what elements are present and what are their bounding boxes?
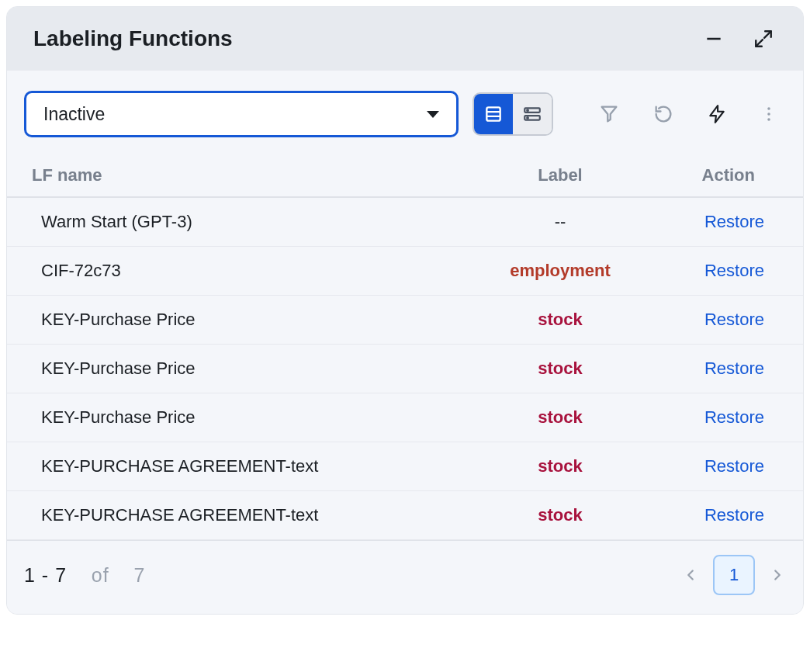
restore-link[interactable]: Restore <box>704 456 764 476</box>
restore-link[interactable]: Restore <box>704 359 764 378</box>
more-vertical-icon <box>760 105 778 123</box>
svg-line-2 <box>756 40 763 47</box>
expand-button[interactable] <box>750 26 777 52</box>
toolbar-icons <box>595 100 789 128</box>
panel-header-actions <box>701 26 777 52</box>
range-from: 1 <box>24 564 36 586</box>
col-action: Action <box>649 165 789 185</box>
table-body: Warm Start (GPT-3)--RestoreCIF-72c73empl… <box>7 198 803 540</box>
list-view-icon <box>483 104 504 124</box>
cell-action: Restore <box>649 212 789 232</box>
pager-page-current[interactable]: 1 <box>713 555 755 595</box>
pager-prev[interactable] <box>682 566 699 584</box>
view-toggle-list[interactable] <box>474 94 513 134</box>
view-toggle <box>472 92 553 136</box>
cell-label: stock <box>471 505 649 525</box>
cell-action: Restore <box>649 407 789 428</box>
cell-lf-name: KEY-Purchase Price <box>41 310 471 330</box>
svg-point-9 <box>527 117 528 119</box>
view-toggle-detail[interactable] <box>513 94 552 134</box>
range-total: 7 <box>134 564 146 586</box>
col-lf-name: LF name <box>32 165 471 185</box>
cell-action: Restore <box>649 310 789 330</box>
cell-label: -- <box>471 212 649 232</box>
col-label: Label <box>471 165 649 185</box>
lf-table: LF name Label Action Warm Start (GPT-3)-… <box>7 158 803 540</box>
table-row: CIF-72c73employmentRestore <box>7 247 803 296</box>
cell-lf-name: CIF-72c73 <box>41 261 471 281</box>
restore-link[interactable]: Restore <box>704 407 764 427</box>
table-footer: 1 - 7 of 7 1 <box>7 540 803 614</box>
range-of-word: of <box>92 564 109 586</box>
refresh-button[interactable] <box>649 100 677 128</box>
cell-label: stock <box>471 310 649 330</box>
chevron-right-icon <box>769 566 786 584</box>
status-dropdown-value: Inactive <box>43 104 105 125</box>
svg-point-13 <box>767 118 770 121</box>
cell-lf-name: KEY-PURCHASE AGREEMENT-text <box>41 505 471 525</box>
svg-point-12 <box>767 113 770 116</box>
cell-lf-name: KEY-Purchase Price <box>41 359 471 379</box>
cell-label: employment <box>471 261 649 281</box>
cell-action: Restore <box>649 261 789 281</box>
expand-icon <box>753 29 774 49</box>
cell-label: stock <box>471 407 649 428</box>
svg-line-1 <box>764 31 771 38</box>
restore-link[interactable]: Restore <box>704 261 764 280</box>
svg-rect-3 <box>486 107 500 120</box>
svg-marker-10 <box>710 106 723 123</box>
panel-title: Labeling Functions <box>33 26 233 51</box>
chevron-down-icon <box>427 111 439 118</box>
restore-link[interactable]: Restore <box>704 505 764 525</box>
toolbar: Inactive <box>7 71 803 158</box>
filter-icon <box>598 103 620 125</box>
chevron-left-icon <box>682 566 699 584</box>
restore-link[interactable]: Restore <box>704 212 764 231</box>
status-dropdown[interactable]: Inactive <box>24 91 459 137</box>
svg-point-8 <box>527 109 528 111</box>
panel-header: Labeling Functions <box>7 7 803 71</box>
table-row: KEY-PURCHASE AGREEMENT-textstockRestore <box>7 442 803 491</box>
cell-lf-name: Warm Start (GPT-3) <box>41 212 471 232</box>
minus-icon <box>704 29 724 49</box>
cell-label: stock <box>471 456 649 476</box>
lightning-icon <box>707 104 727 124</box>
refresh-icon <box>652 103 674 125</box>
pager: 1 <box>682 555 786 595</box>
minimize-button[interactable] <box>701 26 727 52</box>
pager-next[interactable] <box>769 566 786 584</box>
labeling-functions-panel: Labeling Functions Inactive <box>6 6 804 615</box>
cell-label: stock <box>471 359 649 379</box>
row-range: 1 - 7 of 7 <box>24 564 145 587</box>
more-button[interactable] <box>756 102 781 126</box>
range-to: 7 <box>55 564 67 586</box>
cell-action: Restore <box>649 505 789 525</box>
cell-lf-name: KEY-PURCHASE AGREEMENT-text <box>41 456 471 476</box>
lightning-button[interactable] <box>704 101 730 127</box>
table-row: KEY-Purchase PricestockRestore <box>7 393 803 442</box>
table-row: KEY-Purchase PricestockRestore <box>7 345 803 393</box>
table-header: LF name Label Action <box>7 158 803 198</box>
table-row: Warm Start (GPT-3)--Restore <box>7 198 803 247</box>
detail-view-icon <box>522 104 542 124</box>
cell-action: Restore <box>649 359 789 379</box>
cell-action: Restore <box>649 456 789 476</box>
cell-lf-name: KEY-Purchase Price <box>41 407 471 428</box>
table-row: KEY-Purchase PricestockRestore <box>7 296 803 345</box>
table-row: KEY-PURCHASE AGREEMENT-textstockRestore <box>7 491 803 540</box>
restore-link[interactable]: Restore <box>704 310 764 329</box>
filter-button[interactable] <box>595 100 623 128</box>
svg-point-11 <box>767 107 770 110</box>
